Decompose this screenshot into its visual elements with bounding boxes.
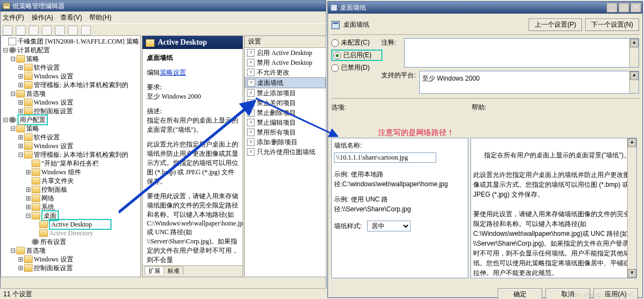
description-pane: Active Desktop 桌面墙纸 编辑策略设置 要求: 至少 Window… [142, 35, 243, 277]
list-item[interactable]: ≡启用 Active Desktop [245, 48, 326, 58]
tree-shared[interactable]: 共享文件夹 [41, 176, 74, 185]
scroll-up-icon[interactable]: ▲ [630, 39, 639, 47]
list-item[interactable]: ≡禁止编辑项目 [245, 118, 326, 127]
prev-setting-button[interactable]: 上一个设置(P) [529, 19, 582, 31]
gpedit-menubar: 文件(F) 操作(A) 查看(V) 帮助(H) [1, 11, 326, 24]
options-panel: 墙纸名称: 示例: 使用本地路 径:C:\windows\web\wallpap… [331, 138, 468, 278]
gpedit-titlebar: 组策略管理编辑器 [1, 1, 326, 11]
tree-win[interactable]: Windows 设置 [34, 72, 73, 81]
tool-help-icon[interactable] [68, 26, 78, 35]
tree-active-desktop[interactable]: Active Desktop [49, 219, 112, 230]
radio-enabled[interactable]: 已启用(E) [331, 50, 382, 61]
tool-back-icon[interactable] [3, 26, 13, 35]
tab-extended[interactable]: 扩展 [145, 266, 164, 274]
tree-policies[interactable]: 策略 [26, 54, 39, 63]
ok-button[interactable]: 确定 [498, 288, 542, 299]
tool-filter-icon[interactable] [81, 26, 91, 35]
help-panel[interactable]: 指定在所有用户的桌面上显示的桌面背景("墙纸")。 此设置允许您指定用户桌面上的… [470, 138, 637, 278]
tree-prefs2[interactable]: 首选项 [26, 246, 46, 255]
scroll-down-icon[interactable]: ▼ [628, 269, 636, 278]
tree-user-cfg[interactable]: 用户配置 [17, 114, 48, 125]
tree-cp[interactable]: 控制面板 [41, 185, 67, 194]
tree-prefs[interactable]: 首选项 [26, 89, 46, 98]
wallpaper-style-select[interactable]: 居中 [367, 221, 411, 231]
menu-view[interactable]: 查看(V) [60, 14, 82, 21]
tree-active-directory[interactable]: Active Directory [49, 229, 93, 237]
folder-icon [24, 81, 33, 89]
scroll-up-icon[interactable]: ▲ [630, 71, 639, 80]
list-item[interactable]: ≡禁止关闭项目 [245, 98, 326, 108]
list-item[interactable]: ≡禁止添加项目 [245, 88, 326, 98]
comment-label: 注释: [381, 38, 404, 68]
watermark: https://blog.csdn.net/... [566, 291, 640, 298]
status-text: 11 个设置 [3, 290, 32, 298]
list-item[interactable]: ≡禁用所有项目 [245, 127, 326, 137]
minimize-button[interactable]: _ [606, 3, 617, 13]
tool-up-icon[interactable] [29, 26, 39, 35]
platform-label: 支持的平台: [381, 71, 419, 94]
tree-winset2[interactable]: Windows 设置 [34, 255, 73, 264]
setting-icon: ≡ [247, 138, 255, 146]
options-label: 选项: [331, 103, 472, 112]
tree-network[interactable]: 网络 [41, 194, 54, 203]
menu-action[interactable]: 操作(A) [32, 14, 53, 21]
tool-fwd-icon[interactable] [16, 26, 26, 35]
list-item[interactable]: ≡只允许使用位图墙纸 [245, 147, 326, 157]
list-item[interactable]: ≡不允许更改 [245, 68, 326, 77]
scroll-up-icon[interactable]: ▲ [628, 138, 636, 147]
tree-policies2[interactable]: 策略 [26, 124, 39, 133]
svg-rect-5 [332, 21, 339, 29]
tree-sw2[interactable]: 软件设置 [34, 133, 60, 142]
list-col-header[interactable]: 设置 [245, 36, 326, 48]
maximize-button[interactable]: □ [618, 3, 629, 13]
tree-allset[interactable]: 所有设置 [40, 237, 66, 246]
list-item[interactable]: ≡添加/删除项目 [245, 137, 326, 147]
menu-help[interactable]: 帮助(H) [89, 14, 112, 21]
example-local-head: 示例: 使用本地路 [334, 169, 466, 179]
list-item[interactable]: ≡禁用 Active Desktop [245, 58, 326, 68]
tree-cpset2[interactable]: 控制面板设置 [34, 264, 73, 272]
folder-icon [16, 247, 25, 254]
comment-textarea[interactable]: ▲ [404, 38, 639, 68]
next-setting-button[interactable]: 下一个设置(N) [585, 19, 639, 31]
tree-winset1[interactable]: Windows 设置 [34, 98, 73, 107]
folder-icon [39, 221, 48, 228]
tree-wincomp[interactable]: Windows 组件 [41, 168, 81, 176]
tree-admintpl[interactable]: 管理模板: 从本地计算机检索到的 [34, 81, 128, 89]
settings-list[interactable]: 设置 ≡启用 Active Desktop≡禁用 Active Desktop≡… [244, 35, 326, 277]
wallpaper-name-input[interactable] [334, 152, 436, 163]
req-label: 要求: [147, 83, 238, 92]
list-item[interactable]: ≡桌面墙纸 [245, 77, 326, 88]
desc-header: Active Desktop [158, 38, 207, 46]
example-local-path: 径:C:\windows\web\wallpaper\home.jpg [334, 179, 466, 189]
radio-notconfigured[interactable]: 未配置(C) [331, 38, 381, 47]
radio-disabled[interactable]: 已禁用(D) [331, 63, 381, 72]
dialog-title: 桌面墙纸 [340, 2, 366, 13]
wp-name-label: 墙纸名称: [334, 141, 466, 150]
folder-icon [24, 151, 33, 158]
tool-refresh-icon[interactable] [55, 26, 65, 35]
edit-policy-link[interactable]: 策略设置 [160, 69, 186, 76]
tab-standard[interactable]: 标准 [164, 266, 183, 274]
tree-sw[interactable]: 软件设置 [34, 63, 60, 72]
setting-icon: ≡ [247, 49, 255, 57]
policy-tree[interactable]: 千峰集团 [WIN2008-1.WAFFLE.COM] 策略 ⊟计算机配置 ⊟策… [1, 35, 141, 277]
tree-startmenu[interactable]: "开始"菜单和任务栏 [41, 159, 99, 168]
folder-icon [32, 212, 40, 219]
list-item[interactable]: ≡禁止删除项目 [245, 108, 326, 118]
status-bar: 11 个设置 [0, 288, 326, 299]
folder-icon [24, 255, 33, 263]
menu-file[interactable]: 文件(F) [3, 14, 24, 21]
tree-root[interactable]: 千峰集团 [WIN2008-1.WAFFLE.COM] 策略 [17, 37, 139, 46]
tree-win2[interactable]: Windows 设置 [34, 142, 73, 150]
folder-icon [24, 99, 33, 106]
tree-comp-cfg[interactable]: 计算机配置 [17, 46, 50, 54]
desc-para3: 要使用此设置，请键入用来存储墙纸图像的文件的完全限定路径和名称。可以键入本地路径… [147, 192, 238, 265]
policy-icon [330, 4, 338, 11]
folder-icon [146, 39, 154, 47]
tool-props-icon[interactable] [42, 26, 52, 35]
folder-icon [24, 142, 33, 150]
tree-admintpl2[interactable]: 管理模板: 从本地计算机检索到的 [34, 150, 128, 159]
folder-icon [32, 203, 40, 211]
close-button[interactable]: × [630, 3, 641, 13]
